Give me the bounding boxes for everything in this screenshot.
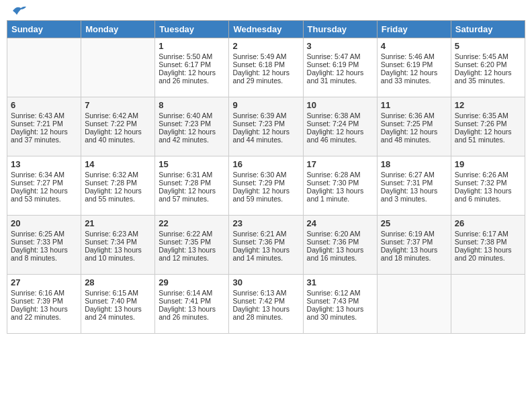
day-number: 7 (85, 100, 151, 110)
calendar-cell: 2Sunrise: 5:49 AMSunset: 6:18 PMDaylight… (229, 38, 303, 97)
calendar-cell: 14Sunrise: 6:32 AMSunset: 7:28 PMDayligh… (81, 156, 155, 216)
calendar-cell: 9Sunrise: 6:39 AMSunset: 7:23 PMDaylight… (229, 97, 303, 156)
weekday-header-sunday: Sunday (7, 21, 81, 38)
day-info-line: Daylight: 12 hours (381, 128, 447, 136)
day-info-line: and 16 minutes. (307, 254, 373, 262)
day-info-line: Daylight: 12 hours (455, 128, 521, 136)
day-info-line: Sunset: 7:33 PM (11, 238, 77, 246)
day-info-line: Daylight: 12 hours (307, 68, 373, 77)
day-info-line: Sunset: 7:38 PM (455, 238, 521, 246)
day-info-line: and 12 minutes. (159, 254, 225, 262)
day-info-line: Sunrise: 6:35 AM (455, 111, 521, 120)
day-number: 26 (455, 218, 521, 228)
day-info-line: and 28 minutes. (232, 313, 299, 321)
day-info-line: and 24 minutes. (85, 313, 151, 321)
day-info-line: Daylight: 13 hours (307, 246, 373, 254)
calendar-cell: 18Sunrise: 6:27 AMSunset: 7:31 PMDayligh… (377, 156, 451, 216)
calendar-cell: 26Sunrise: 6:17 AMSunset: 7:38 PMDayligh… (451, 216, 525, 275)
day-info-line: and 3 minutes. (381, 195, 447, 203)
day-number: 9 (232, 100, 299, 110)
day-info-line: Daylight: 12 hours (85, 187, 151, 195)
day-info-line: Sunset: 7:21 PM (11, 120, 77, 128)
day-info-line: Sunset: 7:41 PM (159, 297, 225, 305)
day-info-line: Sunrise: 6:25 AM (11, 230, 77, 238)
calendar-cell: 16Sunrise: 6:30 AMSunset: 7:29 PMDayligh… (229, 156, 303, 216)
calendar-cell: 12Sunrise: 6:35 AMSunset: 7:26 PMDayligh… (451, 97, 525, 156)
day-number: 29 (159, 277, 225, 287)
calendar-cell: 13Sunrise: 6:34 AMSunset: 7:27 PMDayligh… (7, 156, 81, 216)
day-number: 14 (85, 159, 151, 169)
calendar-cell: 10Sunrise: 6:38 AMSunset: 7:24 PMDayligh… (303, 97, 377, 156)
calendar-cell: 23Sunrise: 6:21 AMSunset: 7:36 PMDayligh… (229, 216, 303, 275)
day-info-line: Sunset: 7:42 PM (232, 297, 299, 305)
day-info-line: Sunrise: 6:30 AM (232, 171, 299, 179)
day-info-line: Sunrise: 6:17 AM (455, 230, 521, 238)
day-info-line: Sunrise: 6:43 AM (11, 111, 77, 120)
day-number: 25 (381, 218, 447, 228)
day-info-line: Daylight: 12 hours (159, 128, 225, 136)
day-info-line: Sunset: 7:36 PM (307, 238, 373, 246)
day-info-line: Daylight: 12 hours (11, 187, 77, 195)
day-info-line: and 20 minutes. (455, 254, 521, 262)
calendar-cell: 7Sunrise: 6:42 AMSunset: 7:22 PMDaylight… (81, 97, 155, 156)
day-number: 22 (159, 218, 225, 228)
calendar-cell: 1Sunrise: 5:50 AMSunset: 6:17 PMDaylight… (155, 38, 229, 97)
day-info-line: Sunset: 7:35 PM (159, 238, 225, 246)
calendar-cell (7, 38, 81, 97)
day-info-line: and 55 minutes. (85, 195, 151, 203)
day-info-line: Sunrise: 6:21 AM (232, 230, 299, 238)
day-info-line: Sunrise: 6:36 AM (381, 111, 447, 120)
calendar-cell: 28Sunrise: 6:15 AMSunset: 7:40 PMDayligh… (81, 275, 155, 334)
weekday-header-monday: Monday (81, 21, 155, 38)
day-info-line: Sunset: 7:39 PM (11, 297, 77, 305)
day-info-line: Daylight: 13 hours (307, 187, 373, 195)
day-info-line: Sunrise: 6:23 AM (85, 230, 151, 238)
day-info-line: Sunset: 7:28 PM (159, 179, 225, 187)
day-info-line: and 1 minute. (307, 195, 373, 203)
day-number: 10 (307, 100, 373, 110)
day-info-line: Sunset: 7:40 PM (85, 297, 151, 305)
day-info-line: Sunset: 7:25 PM (381, 120, 447, 128)
day-info-line: Sunrise: 6:38 AM (307, 111, 373, 120)
day-info-line: Sunset: 7:29 PM (232, 179, 299, 187)
day-info-line: and 8 minutes. (11, 254, 77, 262)
day-info-line: Sunrise: 6:12 AM (307, 289, 373, 297)
day-info-line: Sunset: 7:28 PM (85, 179, 151, 187)
day-info-line: Sunset: 6:18 PM (232, 60, 299, 68)
weekday-header-thursday: Thursday (303, 21, 377, 38)
logo-bird-icon (11, 4, 26, 17)
calendar-cell: 5Sunrise: 5:45 AMSunset: 6:20 PMDaylight… (451, 38, 525, 97)
day-info-line: Daylight: 13 hours (159, 305, 225, 313)
day-info-line: Daylight: 12 hours (85, 128, 151, 136)
day-number: 23 (232, 218, 299, 228)
day-info-line: Sunset: 7:36 PM (232, 238, 299, 246)
day-info-line: Sunset: 7:30 PM (307, 179, 373, 187)
day-info-line: and 26 minutes. (159, 313, 225, 321)
day-info-line: and 57 minutes. (159, 195, 225, 203)
day-info-line: and 6 minutes. (455, 195, 521, 203)
week-row-4: 20Sunrise: 6:25 AMSunset: 7:33 PMDayligh… (7, 216, 525, 275)
day-number: 21 (85, 218, 151, 228)
day-number: 6 (11, 100, 77, 110)
calendar-cell: 22Sunrise: 6:22 AMSunset: 7:35 PMDayligh… (155, 216, 229, 275)
calendar-cell: 24Sunrise: 6:20 AMSunset: 7:36 PMDayligh… (303, 216, 377, 275)
calendar-cell: 19Sunrise: 6:26 AMSunset: 7:32 PMDayligh… (451, 156, 525, 216)
day-info-line: Sunset: 7:24 PM (307, 120, 373, 128)
day-number: 3 (307, 41, 373, 51)
day-info-line: Daylight: 12 hours (159, 68, 225, 77)
day-number: 30 (232, 277, 299, 287)
day-info-line: Sunset: 7:43 PM (307, 297, 373, 305)
calendar-cell: 4Sunrise: 5:46 AMSunset: 6:19 PMDaylight… (377, 38, 451, 97)
day-info-line: Sunrise: 6:32 AM (85, 171, 151, 179)
day-info-line: Daylight: 12 hours (11, 128, 77, 136)
day-info-line: Daylight: 12 hours (307, 128, 373, 136)
day-info-line: Sunrise: 5:45 AM (455, 52, 521, 60)
day-number: 8 (159, 100, 225, 110)
calendar-cell: 6Sunrise: 6:43 AMSunset: 7:21 PMDaylight… (7, 97, 81, 156)
calendar-cell (377, 275, 451, 334)
logo (9, 7, 26, 15)
day-number: 16 (232, 159, 299, 169)
calendar-cell (451, 275, 525, 334)
header (7, 7, 525, 15)
calendar-cell: 17Sunrise: 6:28 AMSunset: 7:30 PMDayligh… (303, 156, 377, 216)
